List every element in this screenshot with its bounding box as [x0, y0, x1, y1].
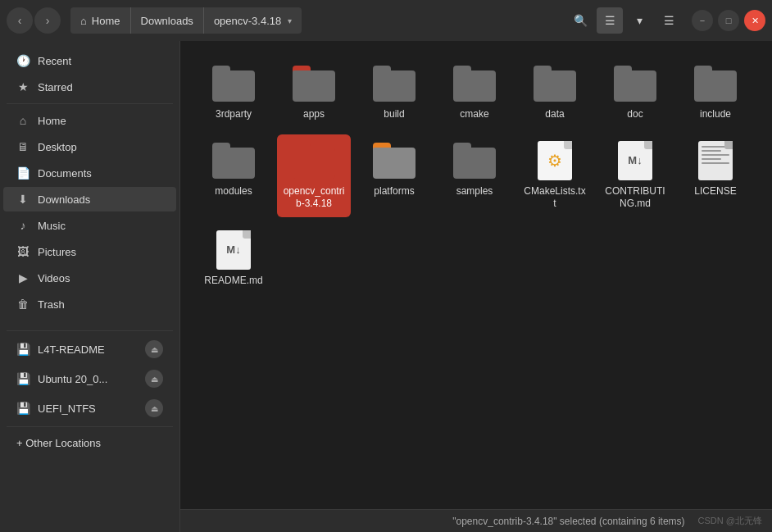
- nav-buttons: ‹ ›: [7, 7, 61, 34]
- sidebar-item-desktop-label: Desktop: [38, 141, 77, 153]
- sidebar-item-videos[interactable]: ▶ Videos: [3, 266, 176, 290]
- file-icon-build: [371, 64, 417, 103]
- file-label-samples: samples: [456, 185, 493, 198]
- view-list-button[interactable]: ☰: [597, 7, 623, 34]
- sidebar-item-documents[interactable]: 📄 Documents: [3, 161, 176, 185]
- file-label-readme: README.md: [204, 275, 262, 288]
- file-icon-cmake: [452, 64, 497, 103]
- sidebar-item-trash[interactable]: 🗑 Trash: [3, 292, 176, 316]
- file-item-doc[interactable]: doc: [598, 57, 672, 128]
- file-label-contributing: CONTRIBUTING.md: [603, 185, 667, 211]
- sidebar-item-downloads[interactable]: ⬇ Downloads: [3, 187, 176, 211]
- file-icon-readme: M↓: [211, 230, 257, 270]
- file-item-include[interactable]: include: [679, 57, 752, 128]
- file-item-opencv-contrib[interactable]: opencv_contrib-3.4.18: [277, 134, 351, 217]
- breadcrumb-downloads[interactable]: Downloads: [130, 7, 203, 34]
- sidebar-separator: [0, 317, 179, 327]
- sidebar-item-documents-label: Documents: [38, 167, 92, 180]
- file-label-opencv-contrib: opencv_contrib-3.4.18: [282, 185, 346, 211]
- file-label-3rdparty: 3rdparty: [216, 108, 252, 121]
- drive-uefi-icon: 💾: [16, 402, 30, 415]
- file-icon-cmakelists: ⚙: [532, 141, 578, 180]
- file-label-platforms: platforms: [374, 185, 414, 198]
- sidebar-item-videos-label: Videos: [38, 272, 70, 284]
- md-icon-readme: M↓: [216, 230, 251, 270]
- file-item-data[interactable]: data: [518, 57, 592, 128]
- file-label-data: data: [545, 108, 564, 121]
- desktop-icon: 🖥: [16, 140, 30, 153]
- sidebar-item-starred-label: Starred: [38, 81, 73, 93]
- maximize-button[interactable]: □: [718, 10, 739, 31]
- watermark-text: CSDN @北无锋: [698, 515, 762, 527]
- breadcrumb-current[interactable]: opencv-3.4.18 ▾: [203, 7, 302, 34]
- nav-forward-button[interactable]: ›: [34, 7, 61, 34]
- search-button[interactable]: 🔍: [567, 7, 593, 34]
- sidebar-item-music-label: Music: [38, 220, 66, 232]
- file-item-modules[interactable]: modules: [197, 134, 270, 217]
- file-icon-apps: [291, 64, 337, 103]
- file-label-apps: apps: [303, 108, 325, 121]
- sidebar-item-home[interactable]: ⌂ Home: [3, 108, 176, 133]
- eject-l4t-button[interactable]: ⏏: [145, 340, 163, 358]
- sidebar-item-starred[interactable]: ★ Starred: [3, 75, 176, 99]
- eject-ubuntu-button[interactable]: ⏏: [145, 370, 163, 388]
- file-item-readme[interactable]: M↓ README.md: [197, 224, 270, 294]
- trash-icon: 🗑: [16, 298, 30, 311]
- close-button[interactable]: ✕: [744, 10, 765, 31]
- file-item-build[interactable]: build: [357, 57, 431, 128]
- eject-uefi-button[interactable]: ⏏: [145, 399, 163, 417]
- pictures-icon: 🖼: [16, 245, 30, 258]
- file-icon-modules: [211, 141, 257, 180]
- drive-uefi-label: UEFI_NTFS: [38, 402, 96, 415]
- sidebar-item-music[interactable]: ♪ Music: [3, 213, 176, 238]
- file-item-cmakelists[interactable]: ⚙ CMakeLists.txt: [518, 134, 592, 217]
- sidebar-drive-uefi[interactable]: 💾 UEFI_NTFS ⏏: [3, 394, 176, 422]
- sidebar-divider-3: [7, 426, 173, 427]
- view-options-button[interactable]: ▾: [626, 7, 652, 34]
- file-item-contributing[interactable]: M↓ CONTRIBUTING.md: [598, 134, 672, 217]
- drive-l4t-label: L4T-README: [38, 343, 105, 356]
- window-controls: − □ ✕: [692, 10, 765, 31]
- drive-uefi-left: 💾 UEFI_NTFS: [16, 402, 96, 415]
- documents-icon: 📄: [16, 166, 30, 180]
- sidebar-item-desktop[interactable]: 🖥 Desktop: [3, 134, 176, 159]
- file-item-apps[interactable]: apps: [277, 57, 351, 128]
- file-item-samples[interactable]: samples: [438, 134, 511, 217]
- sidebar-drive-ubuntu[interactable]: 💾 Ubuntu 20_0... ⏏: [3, 365, 176, 393]
- breadcrumb: ⌂ Home Downloads opencv-3.4.18 ▾: [70, 7, 557, 34]
- breadcrumb-home-label: Home: [92, 15, 120, 27]
- file-item-cmake[interactable]: cmake: [438, 57, 511, 128]
- nav-back-button[interactable]: ‹: [7, 7, 33, 34]
- sidebar-drive-l4t[interactable]: 💾 L4T-README ⏏: [3, 335, 176, 363]
- file-icon-doc: [612, 64, 658, 103]
- breadcrumb-home[interactable]: ⌂ Home: [70, 7, 130, 34]
- text-file-license: [698, 141, 733, 180]
- file-label-build: build: [384, 108, 404, 121]
- sidebar-other-locations[interactable]: + Other Locations: [3, 431, 176, 455]
- file-item-license[interactable]: LICENSE: [679, 134, 752, 217]
- sidebar: 🕐 Recent ★ Starred ⌂ Home 🖥 Desktop 📄 Do…: [0, 41, 180, 532]
- drive-ubuntu-label: Ubuntu 20_0...: [38, 373, 107, 385]
- file-label-cmakelists: CMakeLists.txt: [523, 185, 587, 211]
- home-icon: ⌂: [80, 15, 87, 27]
- sidebar-item-recent-label: Recent: [38, 55, 71, 67]
- status-selection-text: "opencv_contrib-3.4.18" selected (contai…: [452, 516, 684, 527]
- sidebar-item-recent[interactable]: 🕐 Recent: [3, 48, 176, 73]
- file-area: 3rdparty apps build: [180, 41, 772, 532]
- file-icon-samples: [452, 141, 497, 180]
- sidebar-item-pictures[interactable]: 🖼 Pictures: [3, 239, 176, 264]
- text-line-3: [702, 154, 729, 156]
- drive-l4t-icon: 💾: [16, 343, 30, 356]
- text-line-1: [702, 146, 729, 148]
- menu-button[interactable]: ☰: [656, 7, 682, 34]
- md-icon-contributing: M↓: [618, 141, 652, 180]
- file-item-3rdparty[interactable]: 3rdparty: [197, 57, 270, 128]
- drive-ubuntu-left: 💾 Ubuntu 20_0...: [16, 372, 107, 385]
- file-item-platforms[interactable]: platforms: [357, 134, 431, 217]
- minimize-button[interactable]: −: [692, 10, 713, 31]
- sidebar-item-trash-label: Trash: [38, 298, 65, 311]
- file-label-cmake: cmake: [460, 108, 488, 121]
- text-line-5: [702, 162, 729, 164]
- file-label-doc: doc: [627, 108, 643, 121]
- breadcrumb-downloads-label: Downloads: [141, 15, 193, 27]
